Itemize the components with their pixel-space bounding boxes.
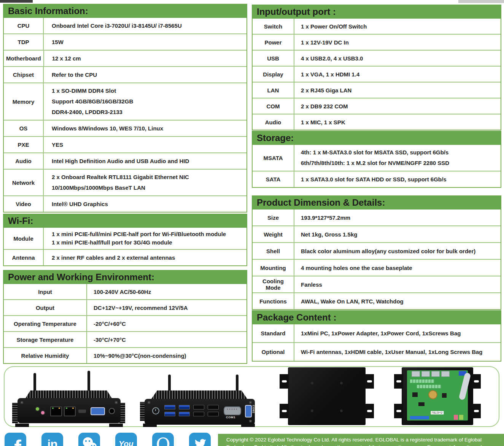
spec-label: Module bbox=[4, 228, 44, 249]
spec-value: DC+12V~+19V, recommend 12V/5A bbox=[87, 300, 246, 315]
spec-label: Storage Temperature bbox=[4, 332, 87, 347]
spec-label: Optional bbox=[253, 343, 294, 361]
usb2-port bbox=[208, 405, 219, 409]
spec-value: 100-240V AC/50-60Hz bbox=[87, 284, 246, 299]
spec-value: -20°C/+60°C bbox=[87, 316, 246, 331]
spec-row: AudioIntel High Definition Audio and USB… bbox=[4, 153, 246, 170]
copyright-footer: Copyright © 2022 Eglobal Technology Co L… bbox=[218, 434, 504, 446]
spec-label: Display bbox=[253, 67, 294, 82]
spec-label: Antenna bbox=[4, 250, 44, 265]
youtube-icon[interactable]: You bbox=[115, 433, 137, 446]
mounting-ear bbox=[365, 404, 374, 418]
section-title-wifi: Wi-Fi: bbox=[3, 214, 247, 228]
spec-value: 1xMini PC, 1xPower Adapter, 1xPower Cord… bbox=[294, 324, 501, 342]
mic-jack bbox=[40, 410, 45, 415]
mini-pcie-slot bbox=[410, 379, 434, 383]
spec-label: COM bbox=[253, 98, 294, 114]
spec-label: Cooling Mode bbox=[253, 276, 294, 292]
spec-label: OS bbox=[4, 121, 44, 136]
datasheet-page: { "sections": { "basic_information": { "… bbox=[0, 0, 504, 446]
heatsink-fins bbox=[25, 390, 112, 399]
spec-value: 1 x mini PCIE-full/mini PCIE-half port f… bbox=[44, 228, 246, 249]
spec-value: Onboard Intel Core i3-7020U/ i3-8145U/ i… bbox=[44, 18, 246, 33]
spec-label: Motherboard bbox=[4, 51, 44, 66]
product-photo-baseplate bbox=[280, 367, 374, 425]
spec-row: Relative Humidity10%~90%@30°C(non-conden… bbox=[4, 348, 246, 363]
linkedin-glyph: in bbox=[47, 437, 57, 446]
mounting-ear bbox=[280, 374, 289, 389]
spec-table-wifi: Module1 x mini PCIE-full/mini PCIE-half … bbox=[3, 228, 247, 266]
wechat-glyph bbox=[81, 436, 98, 446]
lan-port bbox=[50, 406, 62, 416]
spec-label: Functions bbox=[253, 293, 294, 309]
spec-row: Input100-240V AC/50-60Hz bbox=[4, 284, 246, 300]
spec-table-package-content: Standard1xMini PC, 1xPower Adapter, 1xPo… bbox=[252, 324, 501, 362]
section-storage: Storage: MSATA4th: 1 x M-SATA3.0 slot fo… bbox=[252, 131, 501, 188]
spec-row: USB4 x USB2.0, 4 x USB3.0 bbox=[253, 51, 501, 67]
screw bbox=[249, 420, 252, 422]
spec-row: TDP15W bbox=[4, 34, 246, 51]
section-title-text: Basic Information: bbox=[8, 6, 88, 16]
section-title-text: Package Content : bbox=[257, 312, 336, 323]
facebook-icon[interactable]: f bbox=[5, 433, 26, 446]
spec-value: 1 x 12V-19V DC In bbox=[294, 35, 501, 50]
spec-label: Network bbox=[4, 170, 44, 195]
spec-value: 10%~90%@30°C(non-condensing) bbox=[87, 348, 246, 363]
usb3-port bbox=[164, 405, 175, 409]
qq-icon[interactable]: Q bbox=[152, 433, 174, 446]
usb3-port bbox=[164, 412, 175, 416]
spec-value: 193.9*127*57.2mm bbox=[294, 210, 501, 225]
usb-connector bbox=[421, 371, 430, 377]
section-power-environment: Power and Working Environment: Input100-… bbox=[3, 270, 247, 364]
chassis: COM1 COM2 bbox=[145, 399, 255, 425]
chassis bbox=[17, 398, 121, 423]
section-title-power-environment: Power and Working Environment: bbox=[3, 270, 247, 284]
spec-row: Network2 x Onboard Realtek RTL8111 Gigab… bbox=[4, 170, 246, 196]
spec-value: Refer to the CPU bbox=[44, 67, 246, 83]
spec-row: OptionalWi-Fi antennas, 1xHDMI cable, 1x… bbox=[253, 343, 501, 361]
spec-label: Input bbox=[4, 284, 87, 299]
spec-row: Cooling ModeFanless bbox=[253, 276, 501, 293]
section-wifi: Wi-Fi: Module1 x mini PCIE-full/mini PCI… bbox=[3, 214, 247, 266]
power-button bbox=[152, 407, 159, 414]
spec-row: PXEYES bbox=[4, 137, 246, 153]
spec-row: ShellBlack color aluminum alloy(any cust… bbox=[253, 243, 501, 260]
youtube-glyph: You bbox=[119, 439, 134, 446]
spec-value: 1 x VGA, 1 x HDMI 1.4 bbox=[294, 67, 501, 82]
side-fins bbox=[12, 403, 18, 423]
spec-row: ChipsetRefer to the CPU bbox=[4, 67, 246, 83]
qq-glyph: Q bbox=[156, 434, 170, 446]
spec-value: Windows 8/Windows 10, WES 7/10, Linux bbox=[44, 121, 246, 136]
usb3-port bbox=[179, 405, 190, 409]
spec-value: Intel High Definition Audio and USB Audi… bbox=[44, 153, 246, 169]
spec-row: VideoIntel® UHD Graphics bbox=[4, 196, 246, 212]
mounting-foot bbox=[143, 424, 157, 427]
spec-table-basic-information: CPUOnboard Intel Core i3-7020U/ i3-8145U… bbox=[3, 18, 247, 213]
product-photo-rear-io bbox=[11, 371, 127, 427]
mounting-ear bbox=[394, 374, 403, 389]
usb3-port bbox=[179, 412, 190, 416]
section-title-text: Wi-Fi: bbox=[8, 216, 33, 226]
section-title-text: Power and Working Environment: bbox=[8, 272, 154, 283]
wechat-icon[interactable] bbox=[78, 433, 100, 446]
lan-port bbox=[64, 406, 76, 416]
spec-label: Relative Humidity bbox=[4, 348, 87, 363]
spec-label: Standard bbox=[253, 324, 294, 342]
copyright-text: Copyright © 2022 Eglobal Technology Co L… bbox=[226, 437, 493, 446]
spec-value: 2 x inner RF cables and 2 x external ant… bbox=[44, 250, 246, 265]
mounting-ear bbox=[472, 404, 481, 418]
spec-label: LAN bbox=[253, 83, 294, 98]
mounting-foot bbox=[109, 424, 123, 427]
spec-value: 12 x 12 cm bbox=[44, 51, 246, 66]
spec-label: Output bbox=[4, 300, 87, 315]
spec-row: Memory1 x SO-DIMM DDR4 Slot Support 4GB/… bbox=[4, 83, 246, 121]
spec-row: FunctionsAWAL, Wake On LAN, RTC, Watchdo… bbox=[253, 293, 501, 309]
twitter-icon[interactable] bbox=[189, 433, 211, 446]
facebook-glyph: f bbox=[14, 435, 21, 446]
linkedin-icon[interactable]: in bbox=[41, 433, 63, 446]
screw bbox=[21, 401, 23, 404]
usb-connector bbox=[441, 371, 450, 377]
hdmi-port bbox=[78, 409, 86, 413]
product-photo-motherboard: i5-4278U bbox=[394, 367, 481, 425]
spec-value: 2 x RJ45 Giga LAN bbox=[294, 83, 501, 98]
